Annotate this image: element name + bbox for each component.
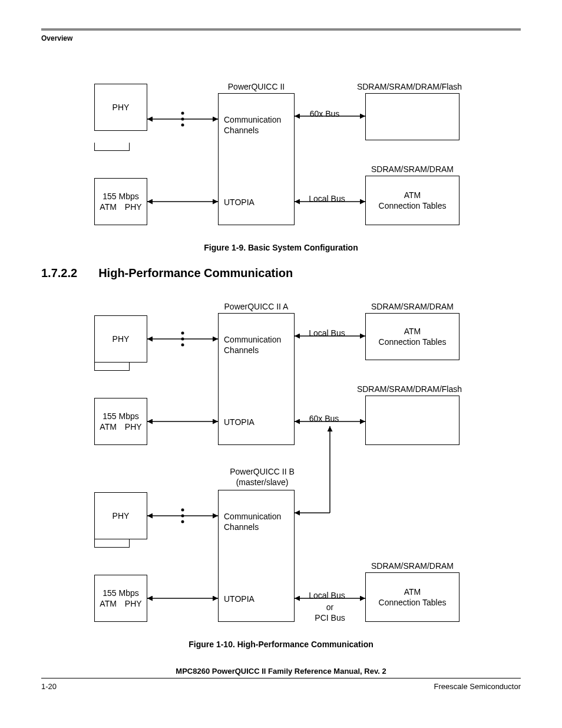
atm-ct-b-1: ATM <box>404 587 421 597</box>
comm-ch-a-2: Channels <box>224 345 281 355</box>
pq-b-label-2: (master/slave) <box>218 477 306 487</box>
local-bus: Local Bus <box>303 193 351 204</box>
mem-bot-label: SDRAM/SRAM/DRAM <box>359 164 465 174</box>
atm-phy-atm-b: ATM <box>100 598 117 609</box>
figure-1-10-caption: Figure 1-10. High-Performance Communicat… <box>41 640 521 649</box>
footer-company: Freescale Semiconductor <box>434 682 521 691</box>
svg-point-11 <box>181 332 184 335</box>
bus-60x-a: 60x Bus <box>303 413 345 424</box>
phy-box-a: PHY <box>113 334 130 344</box>
atm-phy-speed: 155 Mbps <box>103 191 138 202</box>
svg-point-21 <box>181 521 184 523</box>
svg-point-12 <box>181 338 184 341</box>
phy-box: PHY <box>113 102 130 113</box>
local-bus-a: Local Bus <box>303 328 351 338</box>
heading-title: High-Performance Communication <box>98 266 293 280</box>
figure-1-9-caption: Figure 1-9. Basic System Configuration <box>41 243 521 252</box>
svg-point-13 <box>181 344 184 347</box>
or-label: or <box>318 602 342 612</box>
atm-phy-speed-a: 155 Mbps <box>103 411 138 421</box>
comm-ch-2: Channels <box>224 125 281 136</box>
atm-ct-2: Connection Tables <box>379 200 447 211</box>
phy-notch-a <box>94 363 130 371</box>
pq-b-label-1: PowerQUICC II B <box>218 466 306 477</box>
atm-ct-a-2: Connection Tables <box>379 337 447 347</box>
figure-1-9: PHY 155 Mbps ATM PHY PowerQUICC II Commu… <box>94 84 471 237</box>
pq-label: PowerQUICC II <box>218 81 295 92</box>
svg-point-20 <box>181 515 184 518</box>
pci-bus: PCI Bus <box>306 612 353 623</box>
phy-notch-b <box>94 539 130 548</box>
footer-page-num: 1-20 <box>41 682 57 691</box>
heading-number: 1.7.2.2 <box>41 266 77 280</box>
svg-point-4 <box>181 112 184 115</box>
svg-point-19 <box>181 509 184 512</box>
figure-1-10: PHY 155 Mbps ATM PHY PowerQUICC II A Com… <box>94 304 471 634</box>
footer-rule <box>41 678 521 678</box>
svg-point-5 <box>181 118 184 121</box>
utopia-b: UTOPIA <box>224 594 254 604</box>
section-tag: Overview <box>41 34 521 42</box>
mem-bot-b-label: SDRAM/SRAM/DRAM <box>359 561 465 571</box>
comm-ch-b-1: Communication <box>224 511 281 522</box>
utopia-a: UTOPIA <box>224 417 254 427</box>
atm-phy-atm-a: ATM <box>100 421 117 432</box>
atm-phy-phy-b: PHY <box>125 598 142 609</box>
footer-doc-title: MPC8260 PowerQUICC II Family Reference M… <box>41 667 521 676</box>
comm-ch-b-2: Channels <box>224 522 281 532</box>
svg-point-6 <box>181 124 184 127</box>
utopia-label: UTOPIA <box>224 197 254 207</box>
phy-notch <box>94 143 130 151</box>
atm-phy-speed-b: 155 Mbps <box>103 588 138 598</box>
atm-phy-phy-a: PHY <box>125 421 142 432</box>
pq-a-label: PowerQUICC II A <box>218 301 295 312</box>
atm-phy-phy: PHY <box>125 202 142 212</box>
atm-phy-atm: ATM <box>100 202 117 212</box>
mem-mid-label: SDRAM/SRAM/DRAM/Flash <box>348 384 471 394</box>
section-heading: 1.7.2.2 High-Performance Communication <box>41 266 521 280</box>
comm-ch-a-1: Communication <box>224 334 281 345</box>
atm-ct-b-2: Connection Tables <box>379 597 447 608</box>
mem-top-label: SDRAM/SRAM/DRAM/Flash <box>348 81 471 92</box>
header-rule <box>41 28 521 31</box>
local-bus-b: Local Bus <box>303 590 351 601</box>
mem-top-a-label: SDRAM/SRAM/DRAM <box>359 301 465 312</box>
comm-ch-1: Communication <box>224 114 281 125</box>
phy-box-b: PHY <box>113 510 130 521</box>
atm-ct-1: ATM <box>404 190 421 200</box>
bus-60x: 60x Bus <box>303 108 346 120</box>
atm-ct-a-1: ATM <box>404 326 421 337</box>
